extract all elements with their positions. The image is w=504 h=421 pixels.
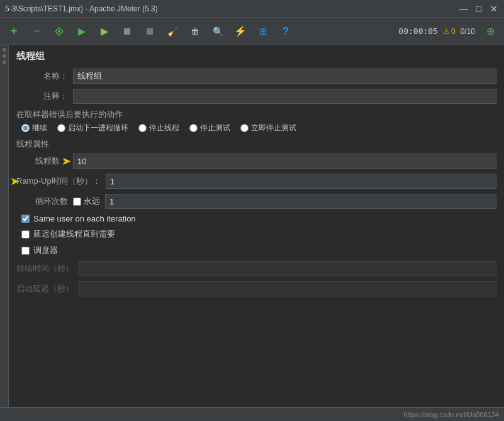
ramp-up-label: Ramp-Up时间（秒）：: [16, 176, 106, 187]
radio-stop-test-now-input[interactable]: [240, 124, 249, 132]
startup-delay-input[interactable]: [79, 281, 496, 296]
radio-group: 继续 启动下一进程循环 停止线程 停止测试 立即停止测试: [16, 123, 496, 133]
ramp-up-row: ➤ Ramp-Up时间（秒）：: [16, 174, 496, 189]
scheduler-label: 调度器: [33, 245, 58, 256]
comment-label: 注释：: [16, 91, 73, 102]
arrow-ramp-icon: ➤: [10, 174, 20, 188]
start-button[interactable]: ▶: [72, 21, 92, 42]
start-no-pause-icon: ▶: [101, 25, 108, 37]
thread-count-row: 线程数： ➤: [16, 154, 496, 169]
minimize-button[interactable]: —: [459, 4, 469, 14]
browse-button[interactable]: [49, 21, 69, 42]
maximize-button[interactable]: □: [474, 4, 484, 14]
name-row: 名称：: [16, 69, 496, 84]
svg-point-0: [58, 30, 60, 33]
toolbar: + − ▶ ▶ ⏹ ⏹ 🧹 🗑 🔍 ⚡ ⊞ ? 00:00:05 ⚠ 0: [0, 18, 504, 45]
comment-input[interactable]: [73, 89, 496, 104]
stop-button[interactable]: ⏹: [117, 21, 137, 42]
search-icon: 🔍: [213, 26, 223, 36]
forever-label: 永远: [84, 196, 100, 207]
start-no-pause-button[interactable]: ▶: [94, 21, 115, 42]
remove-button[interactable]: −: [26, 21, 47, 42]
same-user-label: Same user on each iteration: [33, 214, 136, 223]
thread-count-input[interactable]: [73, 154, 496, 169]
loop-count-input[interactable]: [105, 194, 496, 209]
template-button[interactable]: ⊞: [253, 21, 273, 42]
scheduler-row[interactable]: 调度器: [16, 245, 496, 256]
start-icon: ▶: [78, 25, 86, 37]
name-label: 名称：: [16, 70, 73, 82]
clear-all-icon: 🗑: [191, 26, 199, 36]
clear-all-button[interactable]: 🗑: [185, 21, 205, 42]
title-text: 5-3\Scripts\TEST1.jmx) - Apache JMeter (…: [5, 4, 158, 13]
action-section: 在取样器错误后要执行的动作 继续 启动下一进程循环 停止线程 停止测试: [16, 109, 496, 133]
comment-row: 注释：: [16, 89, 496, 104]
main-layout: 线程组 名称： 注释： 在取样器错误后要执行的动作 继续 启动下一进程循环: [0, 45, 504, 407]
radio-stop-test-label: 停止测试: [200, 123, 230, 133]
clear-button[interactable]: 🧹: [162, 21, 182, 42]
radio-continue[interactable]: 继续: [21, 123, 47, 133]
radio-stop-test-input[interactable]: [189, 124, 198, 132]
same-user-checkbox[interactable]: [21, 215, 30, 223]
browse-icon: [53, 26, 65, 37]
warning-icon: ⚠: [443, 27, 450, 36]
startup-delay-label: 启动延迟（秒）: [16, 283, 79, 295]
status-bar: https://blog.csdn.net/Us006124: [0, 407, 504, 421]
radio-stop-test-now[interactable]: 立即停止测试: [240, 123, 296, 133]
network-button[interactable]: ⊕: [480, 21, 500, 42]
arrow-thread-icon: ➤: [62, 154, 71, 168]
network-icon: ⊕: [486, 25, 495, 37]
duration-label: 持续时间（秒）: [16, 263, 79, 274]
status-right: https://blog.csdn.net/Us006124: [403, 411, 499, 418]
clear-icon: 🧹: [167, 26, 178, 36]
action-section-label: 在取样器错误后要执行的动作: [16, 109, 496, 120]
duration-row: 持续时间（秒）: [16, 261, 496, 276]
name-input[interactable]: [73, 69, 496, 84]
delay-create-row[interactable]: 延迟创建线程直到需要: [16, 228, 496, 240]
add-button[interactable]: +: [4, 21, 24, 42]
radio-stop-thread-label: 停止线程: [149, 123, 179, 133]
thread-count: 0/10: [461, 27, 475, 36]
warning-count: 0: [451, 27, 456, 36]
radio-next-loop[interactable]: 启动下一进程循环: [57, 123, 128, 133]
left-strip: [0, 45, 9, 407]
help-icon: ?: [283, 26, 289, 37]
shutdown-button[interactable]: ⏹: [140, 21, 160, 42]
duration-input[interactable]: [79, 261, 496, 276]
forever-checkbox[interactable]: [73, 198, 81, 206]
title-bar-controls: — □ ✕: [459, 4, 499, 14]
radio-stop-test[interactable]: 停止测试: [189, 123, 230, 133]
thread-props-label: 线程属性: [16, 138, 496, 150]
radio-stop-test-now-label: 立即停止测试: [251, 123, 296, 133]
radio-stop-thread[interactable]: 停止线程: [138, 123, 179, 133]
strip-dot-2: [3, 54, 6, 58]
content-area: 线程组 名称： 注释： 在取样器错误后要执行的动作 继续 启动下一进程循环: [9, 45, 504, 407]
same-user-row[interactable]: Same user on each iteration: [16, 214, 496, 223]
radio-continue-input[interactable]: [21, 124, 30, 132]
search-button[interactable]: 🔍: [208, 21, 228, 42]
radio-continue-label: 继续: [32, 123, 47, 133]
forever-check[interactable]: 永远: [73, 196, 100, 207]
template-icon: ⊞: [259, 26, 267, 37]
function-helper-button[interactable]: ⚡: [230, 21, 250, 42]
ramp-up-input[interactable]: [106, 174, 496, 189]
startup-delay-row: 启动延迟（秒）: [16, 281, 496, 296]
close-button[interactable]: ✕: [489, 4, 499, 14]
title-bar: 5-3\Scripts\TEST1.jmx) - Apache JMeter (…: [0, 0, 504, 18]
radio-next-loop-label: 启动下一进程循环: [68, 123, 128, 133]
stop-icon: ⏹: [122, 26, 132, 37]
strip-dot-1: [3, 48, 6, 52]
radio-next-loop-input[interactable]: [57, 124, 65, 132]
function-helper-icon: ⚡: [234, 25, 247, 37]
delay-create-checkbox[interactable]: [21, 230, 30, 239]
radio-stop-thread-input[interactable]: [138, 124, 147, 132]
elapsed-time: 00:00:05: [398, 26, 438, 36]
scheduler-checkbox[interactable]: [21, 247, 30, 255]
shutdown-icon: ⏹: [145, 26, 155, 37]
panel-title: 线程组: [16, 50, 496, 62]
warning-indicator: ⚠ 0: [443, 27, 456, 36]
loop-label: 循环次数: [16, 196, 73, 207]
help-button[interactable]: ?: [276, 21, 296, 42]
toolbar-right: 00:00:05 ⚠ 0 0/10 ⊕: [398, 21, 500, 42]
delay-create-label: 延迟创建线程直到需要: [33, 228, 115, 240]
